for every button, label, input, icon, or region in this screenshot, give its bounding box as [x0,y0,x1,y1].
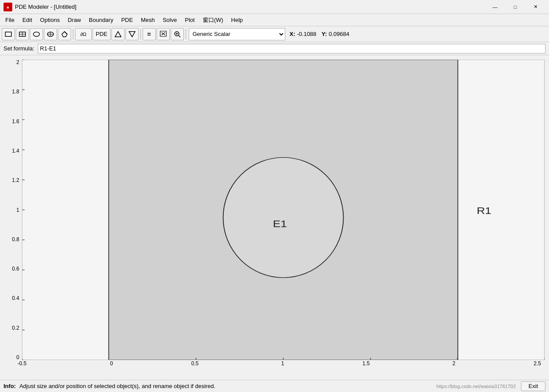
y-tick-12: 1.2 [12,178,19,183]
y-value: 0.09684 [329,31,349,37]
separator-2 [140,29,141,39]
zoom-btn[interactable] [171,28,184,40]
x-tick-2: 2 [452,360,456,367]
maximize-button[interactable]: □ [505,0,525,14]
y-tick-1: 1 [16,207,19,213]
menu-draw[interactable]: Draw [64,15,84,25]
window-controls: — □ ✕ [485,0,545,14]
e1-label: E1 [273,218,287,229]
menu-pde[interactable]: PDE [118,15,136,25]
x-value: -0.1088 [297,31,316,37]
formula-bar: Set formula: [0,42,549,55]
menu-plot[interactable]: Plot [181,15,198,25]
x-tick-15: 1.5 [362,360,370,367]
menu-mesh[interactable]: Mesh [137,15,158,25]
menu-file[interactable]: File [2,15,18,25]
plot-canvas[interactable]: R1 E1 [22,60,545,360]
separator-3 [186,29,186,39]
x-label: X: [290,31,295,37]
separator-1 [73,29,73,39]
y-tick-0: 0 [16,355,19,360]
menu-help[interactable]: Help [228,15,247,25]
menu-options[interactable]: Options [36,15,63,25]
ellipse-btn[interactable] [30,28,43,40]
triangle-btn[interactable] [111,28,125,40]
solve-btn[interactable] [157,28,170,40]
menu-solve[interactable]: Solve [159,15,181,25]
status-info: Info: Adjust size and/or position of sel… [4,383,215,389]
title-bar: ▲ PDE Modeler - [Untitled] — □ ✕ [0,0,549,14]
x-tick-25: 2.5 [534,360,541,367]
status-bar: Info: Adjust size and/or position of sel… [0,380,549,392]
exit-button[interactable]: Exit [521,381,545,391]
polygon-btn[interactable] [58,28,71,40]
y-tick-16: 1.6 [12,119,19,124]
rectangle-btn[interactable] [2,28,15,40]
status-info-text: Adjust size and/or position of selected … [19,383,215,389]
status-info-label: Info: [4,383,16,389]
svg-rect-0 [5,32,11,36]
window-title: PDE Modeler - [Untitled] [15,4,485,10]
x-tick-1: 1 [281,360,284,367]
svg-line-15 [179,36,180,37]
x-tick-neg05: -0.5 [18,360,27,367]
menu-bar: File Edit Options Draw Boundary PDE Mesh… [0,14,549,26]
formula-label: Set formula: [4,45,34,52]
svg-marker-10 [129,32,135,37]
svg-point-4 [33,32,39,36]
svg-marker-9 [115,32,121,37]
main-area: R1 E1 0 0.2 0.4 0.6 0.8 1 1.2 1.4 1. [0,55,549,380]
formula-input[interactable] [38,44,545,53]
close-button[interactable]: ✕ [525,0,545,14]
status-url: https://blog.csdn.net/waixia31761702 [436,384,516,389]
y-tick-08: 0.8 [12,237,19,242]
menu-window[interactable]: 窗口(W) [199,15,227,25]
menu-edit[interactable]: Edit [19,15,36,25]
y-tick-14: 1.4 [12,148,19,153]
y-label: Y: [322,31,327,37]
y-tick-04: 0.4 [12,296,19,301]
y-tick-2: 2 [16,60,19,65]
x-tick-05: 0.5 [191,360,199,367]
svg-point-20 [223,157,344,278]
toolbar: ∂Ω PDE = Generic Scalar Generic System C… [0,26,549,42]
y-tick-18: 1.8 [12,89,19,94]
ellipse-centered-btn[interactable] [44,28,57,40]
r1-label: R1 [477,206,491,216]
pde-mode-btn[interactable]: PDE [93,28,111,40]
menu-boundary[interactable]: Boundary [86,15,117,25]
x-tick-0: 0 [110,360,113,367]
boundary-btn[interactable]: ∂Ω [75,28,92,40]
y-tick-02: 0.2 [12,325,19,331]
coords-display: X: -0.1088 Y: 0.09684 [290,31,349,37]
type-select-wrap: Generic Scalar Generic System Classic PD… [189,28,285,40]
app-icon: ▲ [4,3,12,11]
y-tick-06: 0.6 [12,266,19,271]
minimize-button[interactable]: — [485,0,505,14]
y-axis-labels: 0 0.2 0.4 0.6 0.8 1 1.2 1.4 1.6 1.8 2 [0,60,21,360]
type-dropdown[interactable]: Generic Scalar Generic System Classic PD… [189,28,285,40]
rectangle-centered-btn[interactable] [16,28,29,40]
x-axis-labels: -0.5 0 0.5 1 1.5 2 2.5 [22,360,545,376]
refine-btn[interactable] [126,28,139,40]
equals-btn[interactable]: = [143,28,156,40]
svg-marker-8 [62,32,67,37]
